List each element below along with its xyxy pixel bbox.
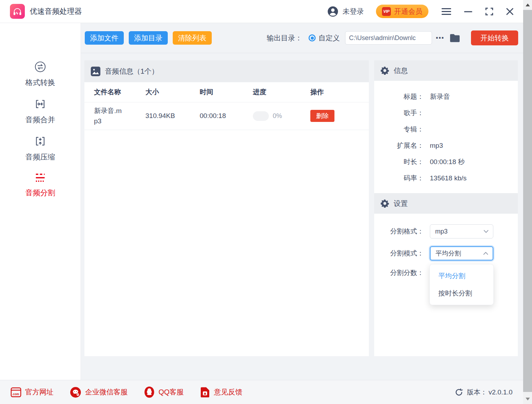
audio-merge-icon: [34, 98, 46, 110]
add-file-button[interactable]: 添加文件: [85, 31, 124, 45]
wechat-service-link[interactable]: 企业微信客服: [70, 387, 128, 398]
dropdown-option-by-duration[interactable]: 按时长分割: [430, 285, 493, 302]
progress-bar: [253, 111, 269, 121]
sidebar-item-format-convert[interactable]: 格式转换: [26, 61, 55, 87]
wechat-service-label: 企业微信客服: [85, 387, 128, 397]
footer: .com 官方网址 企业微信客服 QQ客服: [0, 380, 523, 404]
file-time-cell: 00:00:18: [200, 112, 253, 120]
sidebar-nav: 格式转换 音频合并 音频压缩 音频分割: [0, 23, 81, 380]
split-mode-dropdown-menu: 平均分割 按时长分割: [430, 264, 494, 305]
qq-icon: [144, 386, 155, 398]
start-convert-button[interactable]: 开始转换: [471, 30, 518, 45]
split-mode-select[interactable]: 平均分割: [430, 246, 493, 260]
output-dir-label: 输出目录：: [267, 33, 302, 43]
login-status-text: 未登录: [343, 7, 364, 16]
login-button[interactable]: 未登录: [327, 6, 364, 17]
menu-hamburger-icon[interactable]: [441, 7, 451, 16]
minimize-icon[interactable]: [464, 7, 473, 16]
sidebar-item-label: 音频分割: [26, 188, 55, 198]
file-size-cell: 310.94KB: [145, 112, 200, 120]
scrollbar-up-button[interactable]: [523, 0, 532, 10]
col-action: 操作: [310, 88, 369, 97]
split-format-select[interactable]: mp3: [430, 224, 493, 239]
info-panel-header: 信息: [374, 60, 518, 81]
vip-label: 开通会员: [394, 7, 422, 16]
format-convert-icon: [34, 61, 46, 73]
vertical-scrollbar[interactable]: [523, 0, 532, 404]
sidebar-item-audio-merge[interactable]: 音频合并: [26, 98, 55, 124]
toolbar: 添加文件 添加目录 清除列表 输出目录： 自定义 ⋯ 开始转换: [81, 23, 523, 53]
custom-radio[interactable]: [309, 34, 316, 41]
chevron-up-icon: [483, 252, 488, 255]
split-mode-label: 分割模式：: [374, 249, 424, 258]
split-count-label: 分割分数：: [374, 268, 424, 277]
info-panel-title: 信息: [394, 66, 408, 75]
table-header-row: 文件名称 大小 时间 进度 操作: [84, 82, 369, 102]
progress-percent: 0%: [273, 112, 282, 120]
scrollbar-thumb[interactable]: [523, 10, 532, 392]
sidebar-item-audio-split[interactable]: 音频分割: [26, 172, 55, 198]
col-size: 大小: [145, 88, 200, 97]
custom-radio-label[interactable]: 自定义: [318, 33, 340, 43]
titlebar: 优速音频处理器 未登录 VIP 开通会员: [0, 0, 523, 23]
add-folder-button[interactable]: 添加目录: [129, 31, 168, 45]
settings-gear-icon: [381, 199, 389, 208]
info-value-bitrate: 135618 kb/s: [430, 174, 518, 182]
scroll-down-arrow-icon: [526, 398, 530, 400]
app-logo-headphones-icon: [10, 4, 25, 19]
sidebar-item-label: 音频压缩: [26, 152, 55, 162]
open-folder-button[interactable]: [449, 33, 460, 43]
qq-service-label: QQ客服: [159, 387, 184, 397]
output-path-input[interactable]: [345, 31, 432, 45]
right-panel: 信息 标题：新录音 歌手： 专辑： 扩展名：mp3 时长：00:00:18 秒 …: [374, 60, 518, 356]
table-row: 新录音.mp3 310.94KB 00:00:18 0% 删除: [84, 102, 369, 130]
col-progress: 进度: [253, 88, 310, 97]
refresh-icon[interactable]: [455, 388, 463, 397]
feedback-icon: [200, 387, 210, 398]
col-time: 时间: [200, 88, 253, 97]
official-website-link[interactable]: .com 官方网址: [11, 387, 54, 397]
app-title: 优速音频处理器: [30, 6, 82, 16]
svg-text:.com: .com: [12, 392, 19, 395]
info-value-title: 新录音: [430, 92, 518, 101]
split-format-value: mp3: [435, 228, 448, 235]
progress-cell: 0%: [253, 111, 310, 121]
split-mode-value: 平均分割: [436, 249, 461, 258]
settings-panel-title: 设置: [394, 199, 408, 208]
settings-panel-header: 设置: [374, 193, 518, 214]
main-area: 添加文件 添加目录 清除列表 输出目录： 自定义 ⋯ 开始转换 音频信息: [81, 23, 523, 380]
sidebar-item-label: 音频合并: [26, 115, 55, 125]
website-icon: .com: [11, 387, 21, 397]
audio-info-panel-header: 音频信息（1个）: [84, 60, 369, 82]
close-icon[interactable]: [506, 7, 514, 16]
user-avatar-icon: [327, 6, 338, 17]
maximize-icon[interactable]: [485, 7, 494, 16]
sidebar-item-label: 格式转换: [26, 78, 55, 88]
split-format-label: 分割格式：: [374, 227, 424, 236]
delete-button[interactable]: 删除: [310, 110, 334, 122]
vip-membership-button[interactable]: VIP 开通会员: [376, 5, 428, 18]
feedback-label: 意见反馈: [214, 387, 242, 397]
vip-icon: VIP: [382, 7, 391, 16]
scrollbar-down-button[interactable]: [523, 394, 532, 404]
info-label-title: 标题：: [374, 92, 424, 101]
info-label-album: 专辑：: [374, 125, 424, 134]
version-group: 版本：v2.0.1.0: [455, 388, 512, 397]
info-gear-icon: [381, 66, 389, 75]
feedback-link[interactable]: 意见反馈: [200, 387, 242, 398]
info-value-extension: mp3: [430, 142, 518, 150]
chevron-down-icon: [483, 230, 489, 233]
audio-compress-icon: [34, 135, 46, 147]
qq-service-link[interactable]: QQ客服: [144, 386, 184, 398]
clear-list-button[interactable]: 清除列表: [173, 31, 212, 45]
folder-icon: [449, 33, 460, 43]
sidebar-item-audio-compress[interactable]: 音频压缩: [26, 135, 55, 161]
browse-more-button[interactable]: ⋯: [436, 33, 444, 43]
audio-info-panel: 音频信息（1个） 文件名称 大小 时间 进度 操作 新录音.mp3 310.94…: [84, 60, 369, 356]
col-filename: 文件名称: [94, 88, 145, 97]
audio-info-image-icon: [91, 67, 100, 76]
dropdown-option-average-split[interactable]: 平均分割: [430, 267, 493, 285]
file-name-cell: 新录音.mp3: [94, 102, 125, 130]
info-label-duration: 时长：: [374, 157, 424, 167]
action-cell: 删除: [310, 110, 369, 122]
